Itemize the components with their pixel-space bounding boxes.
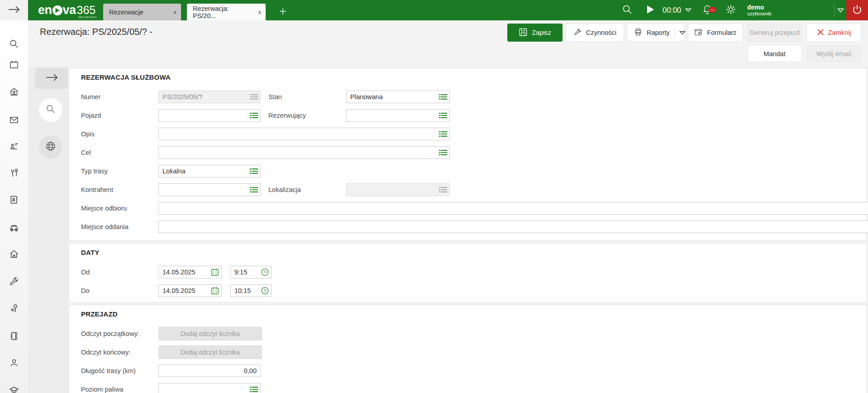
user-role: uzytkownik [747, 11, 772, 16]
list-lookup-icon[interactable] [439, 149, 448, 156]
lokalizacja-input[interactable] [346, 183, 450, 196]
poziom-paliwa-input[interactable] [158, 383, 261, 393]
field-label-dlugosc-trasy: Długość trasy (km) [81, 367, 158, 374]
notification-badge: ... [708, 7, 716, 13]
stan-input[interactable] [346, 91, 450, 103]
list-lookup-icon[interactable] [439, 130, 448, 137]
list-lookup-icon[interactable] [439, 186, 448, 193]
timer-display[interactable]: 00:00 [663, 0, 692, 20]
field-label-rezerwujacy: Rezerwujący [268, 112, 346, 119]
sidebar-item-home[interactable] [9, 249, 19, 259]
list-lookup-icon[interactable] [249, 93, 258, 100]
numer-input[interactable] [158, 91, 261, 103]
pojazd-input[interactable] [158, 109, 261, 122]
tab-close-icon[interactable]: x [252, 9, 262, 15]
tab-rezerwacja-active[interactable]: Rezerwacja: PS/20... x [187, 4, 266, 20]
actions-button[interactable]: Czynności [566, 24, 624, 42]
actions-label: Czynności [586, 29, 616, 36]
form-row-do: Do [69, 281, 867, 300]
send-email-label: Wyślij email [816, 50, 851, 58]
save-button[interactable]: Zapisz [507, 24, 563, 42]
save-label: Zapisz [532, 29, 551, 36]
sidebar-item-training[interactable] [9, 384, 19, 393]
list-lookup-icon[interactable] [249, 168, 258, 174]
notifications-button[interactable]: ... [699, 0, 715, 20]
field-label-odczyt-koncowy: Odczyt końcowy: [81, 349, 158, 356]
session-caret-button[interactable] [835, 0, 845, 20]
tab-rezerwacje[interactable]: Rezerwacje x [103, 4, 181, 20]
clock-icon[interactable] [261, 286, 269, 295]
arrow-right-icon [8, 5, 20, 15]
sidebar-item-notebook[interactable] [9, 331, 19, 341]
opis-input[interactable] [158, 128, 450, 140]
new-tab-button[interactable]: + [275, 4, 291, 19]
close-button[interactable]: Zamknij [806, 24, 861, 42]
form-row-opis: Opis [69, 125, 867, 143]
user-menu[interactable]: demo uzytkownik [747, 0, 772, 20]
field-label-poziom-paliwa: Poziom paliwa [81, 386, 158, 393]
rail-globe-button[interactable] [39, 135, 62, 159]
add-meter-reading-start-button[interactable]: Dodaj odczyt licznika [158, 327, 262, 340]
section-daty: DATY Od Do [69, 243, 867, 302]
floppy-disk-icon [519, 28, 528, 38]
search-icon [9, 43, 19, 51]
sidebar-item-home-user[interactable] [9, 86, 19, 97]
list-lookup-icon[interactable] [249, 386, 258, 393]
typ-trasy-input[interactable] [158, 165, 261, 177]
sidebar-item-permissions[interactable] [9, 303, 19, 314]
sidebar-item-remote-work[interactable] [9, 140, 19, 151]
field-label-lokalizacja: Lokalizacja [268, 186, 346, 193]
miejsce-odbioru-input[interactable] [158, 202, 868, 215]
start-timer-button[interactable] [644, 0, 657, 20]
calendar-icon[interactable] [210, 286, 219, 295]
tab-label: Rezerwacja: PS/20... [193, 5, 252, 19]
tab-close-icon[interactable]: x [167, 9, 177, 15]
page-title: Rezerwacja: PS/2025/05/? - [40, 27, 153, 37]
printer-icon [634, 28, 643, 38]
user-name: demo [747, 4, 772, 11]
clock-icon[interactable] [261, 268, 269, 276]
enova365-logo[interactable]: en va 365 dla biznesu [38, 0, 95, 20]
caret-down-icon [837, 6, 844, 14]
rail-search-button[interactable] [39, 98, 62, 122]
form-button[interactable]: Formularz [688, 24, 743, 42]
generate-trip-button[interactable]: Generuj przejazd [747, 24, 802, 42]
reports-button[interactable]: Raporty [627, 24, 685, 42]
sidebar-item-vehicles[interactable] [9, 222, 19, 233]
sidebar-item-search[interactable] [9, 38, 19, 49]
kontrahent-input[interactable] [158, 183, 261, 196]
dlugosc-trasy-input[interactable] [158, 364, 261, 377]
sidebar-item-mail[interactable] [9, 115, 19, 125]
reports-label: Raporty [647, 29, 670, 36]
list-lookup-icon[interactable] [439, 93, 448, 100]
cel-input[interactable] [158, 146, 450, 159]
reports-caret-button[interactable] [675, 27, 686, 38]
sidebar-item-users[interactable] [9, 357, 19, 368]
app-window: en va 365 dla biznesu Rezerwacje x Rezer… [0, 0, 868, 393]
send-email-button[interactable]: Wyślij email [806, 45, 861, 62]
timer-value: 00:00 [663, 6, 681, 14]
search-button[interactable] [619, 0, 635, 20]
list-lookup-icon[interactable] [249, 112, 258, 119]
mandate-button[interactable]: Mandat [747, 45, 802, 62]
logout-button[interactable] [846, 0, 868, 20]
rezerwujacy-input[interactable] [346, 109, 450, 122]
expand-panel-button[interactable] [35, 68, 68, 89]
calendar-icon[interactable] [210, 268, 219, 277]
settings-button[interactable] [723, 0, 739, 20]
miejsce-oddania-input[interactable] [158, 220, 868, 233]
list-lookup-icon[interactable] [439, 112, 448, 119]
form-row-poziom-paliwa: Poziom paliwa [69, 380, 867, 393]
sidebar-item-contacts[interactable] [9, 194, 19, 205]
sidebar-item-calendar[interactable] [9, 59, 19, 70]
add-meter-reading-end-button[interactable]: Dodaj odczyt licznika [158, 345, 262, 359]
form-label: Formularz [707, 29, 736, 36]
wrench-icon [9, 280, 19, 288]
list-lookup-icon[interactable] [249, 186, 258, 193]
field-label-opis: Opis [81, 130, 158, 138]
sidebar-item-tools[interactable] [9, 168, 19, 178]
menu-toggle-button[interactable] [0, 0, 28, 20]
sidebar-item-service[interactable] [9, 276, 19, 287]
form-row-miejsce-odbioru: Miejsce odbioru [69, 199, 867, 217]
close-label: Zamknij [828, 29, 851, 36]
